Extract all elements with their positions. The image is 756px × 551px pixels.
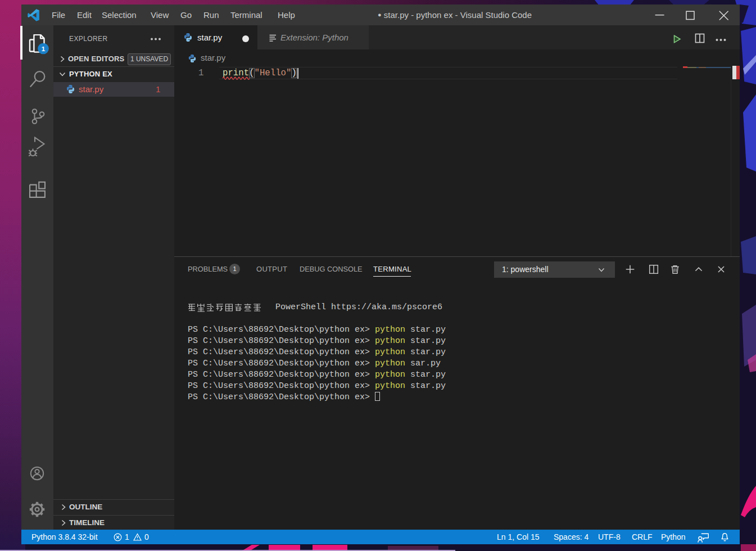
svg-text:1: 1 <box>42 46 46 52</box>
